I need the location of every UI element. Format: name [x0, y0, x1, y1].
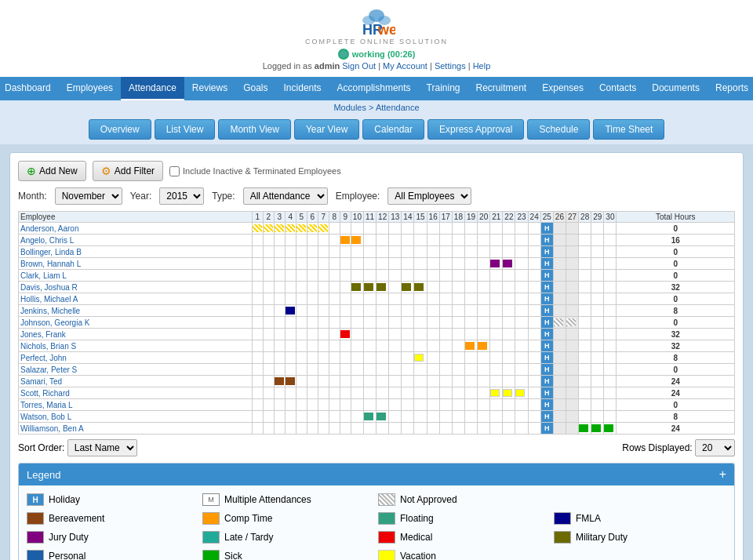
sub-btn-express-approval[interactable]: Express Approval — [427, 119, 524, 140]
nav-item-goals[interactable]: Goals — [235, 77, 275, 100]
day-cell — [591, 223, 604, 235]
header: HR web COMPLETE ONLINE SOLUTION working … — [0, 0, 753, 77]
day-cell — [566, 364, 578, 376]
day-cell — [566, 282, 578, 293]
day-cell-h: H — [540, 423, 553, 435]
sub-btn-calendar[interactable]: Calendar — [362, 119, 424, 140]
day-cell — [318, 399, 329, 411]
day-cell — [340, 352, 351, 364]
include-inactive-label[interactable]: Include Inactive & Terminated Employees — [169, 166, 341, 176]
sub-btn-overview[interactable]: Overview — [89, 119, 151, 140]
sub-btn-time-sheet[interactable]: Time Sheet — [593, 119, 664, 140]
day-cell-h: H — [540, 258, 553, 270]
day-cell — [490, 293, 503, 305]
rows-displayed-select[interactable]: 10 20 50 100 — [695, 439, 735, 456]
day-cell — [464, 376, 477, 387]
nav-item-contacts[interactable]: Contacts — [591, 77, 644, 100]
day-cell — [591, 293, 604, 305]
year-select[interactable]: 2015 — [159, 187, 204, 205]
day-cell — [296, 235, 307, 246]
nav-item-documents[interactable]: Documents — [644, 77, 708, 100]
day-cell — [376, 329, 389, 340]
nav-item-recruitment[interactable]: Recruitment — [468, 77, 535, 100]
my-account-link[interactable]: My Account — [383, 61, 427, 71]
day-cell-h: H — [540, 270, 553, 282]
day-cell — [389, 317, 402, 329]
settings-link[interactable]: Settings — [435, 61, 466, 71]
day-cell — [515, 305, 528, 317]
table-row: Perfect, John H 8 — [19, 352, 735, 364]
day-cell — [528, 340, 540, 352]
nav-item-attendance[interactable]: Attendance — [121, 77, 184, 100]
day-cell — [363, 399, 376, 411]
sub-btn-month-view[interactable]: Month View — [218, 119, 290, 140]
add-filter-button[interactable]: ⚙ Add Filter — [93, 161, 163, 181]
sort-order-select[interactable]: Last Name First Name — [67, 439, 137, 456]
day-cell — [604, 340, 617, 352]
day-cell — [490, 246, 503, 258]
nav-item-reports[interactable]: Reports — [708, 77, 753, 100]
nav-item-dashboard[interactable]: Dashboard — [0, 77, 59, 100]
nav-item-expenses[interactable]: Expenses — [534, 77, 591, 100]
nav-item-accomplishments[interactable]: Accomplishments — [329, 77, 419, 100]
sign-out-link[interactable]: Sign Out — [342, 61, 376, 71]
day-cell — [490, 376, 503, 387]
day-cell — [351, 258, 363, 270]
total-hours: 24 — [617, 423, 735, 435]
day-cell — [414, 223, 427, 235]
day-cell — [340, 258, 351, 270]
table-row: Davis, Joshua R H 32 — [19, 282, 735, 293]
day-cell — [389, 411, 402, 423]
sub-btn-schedule[interactable]: Schedule — [527, 119, 590, 140]
day-cell — [296, 223, 307, 235]
day-cell — [478, 376, 490, 387]
sub-btn-year-view[interactable]: Year View — [294, 119, 359, 140]
employee-name: Angelo, Chris L — [19, 235, 253, 246]
day-cell-h: H — [540, 329, 553, 340]
day-cell — [553, 423, 566, 435]
employee-select[interactable]: All Employees — [387, 187, 471, 205]
day-cell — [528, 411, 540, 423]
day-cell — [439, 411, 452, 423]
help-link[interactable]: Help — [473, 61, 491, 71]
legend-header: Legend + — [19, 464, 734, 485]
total-hours: 0 — [617, 317, 735, 329]
month-select[interactable]: November — [55, 187, 122, 205]
nav-item-training[interactable]: Training — [419, 77, 468, 100]
day-cell — [566, 235, 578, 246]
day-cell — [263, 258, 274, 270]
nav-item-incidents[interactable]: Incidents — [276, 77, 329, 100]
col-4: 4 — [285, 212, 296, 223]
type-select[interactable]: All Attendance — [243, 187, 328, 205]
day-cell — [439, 235, 452, 246]
day-cell — [296, 246, 307, 258]
day-cell — [452, 423, 464, 435]
day-cell — [464, 329, 477, 340]
day-cell-h: H — [540, 235, 553, 246]
legend-label-bereavement: Bereavement — [49, 513, 104, 524]
add-new-button[interactable]: ⊕ Add New — [18, 161, 86, 181]
day-cell — [579, 352, 591, 364]
sub-btn-list-view[interactable]: List View — [155, 119, 216, 140]
nav-item-employees[interactable]: Employees — [59, 77, 121, 100]
day-cell — [566, 329, 578, 340]
day-cell — [285, 376, 296, 387]
day-cell — [340, 235, 351, 246]
include-inactive-checkbox[interactable] — [169, 166, 180, 176]
day-cell — [528, 270, 540, 282]
day-cell — [318, 329, 329, 340]
day-cell — [389, 258, 402, 270]
day-cell — [579, 223, 591, 235]
day-cell — [427, 293, 439, 305]
day-cell — [296, 352, 307, 364]
day-cell — [591, 258, 604, 270]
employee-name: Clark, Liam L — [19, 270, 253, 282]
legend-label-fmla: FMLA — [576, 513, 601, 524]
nav-item-reviews[interactable]: Reviews — [184, 77, 235, 100]
day-cell — [478, 305, 490, 317]
col-25: 25 — [540, 212, 553, 223]
legend-expand-icon[interactable]: + — [719, 467, 726, 482]
day-cell — [464, 317, 477, 329]
month-label: Month: — [18, 191, 47, 202]
legend-box-not-approved — [378, 493, 395, 506]
